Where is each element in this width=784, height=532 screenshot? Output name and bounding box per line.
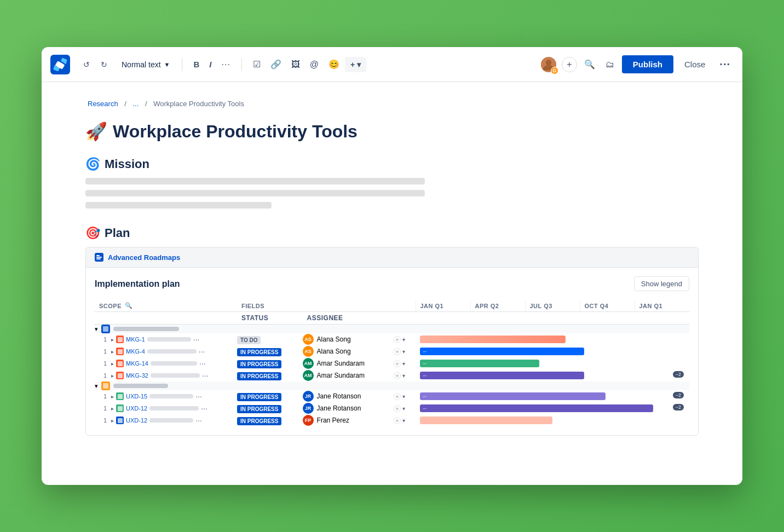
issue-key[interactable]: MKG-32 (126, 372, 148, 379)
issue-icon (116, 392, 124, 400)
breadcrumb-ellipsis[interactable]: ... (133, 100, 139, 108)
plan-section: 🎯 Plan Advanced Roadmaps (85, 226, 699, 436)
gantt-bar[interactable]: ← (420, 348, 584, 355)
issue-key[interactable]: UXD-15 (126, 393, 147, 400)
issue-key[interactable]: MKG-14 (126, 360, 148, 367)
q2-header: Apr Q2 (470, 300, 525, 312)
text-style-label: Normal text (122, 60, 161, 69)
row-chevron-icon[interactable]: ▾ (402, 349, 405, 355)
row-settings-icon[interactable]: ○ (394, 348, 401, 355)
row-chevron-icon[interactable]: ▾ (402, 406, 405, 412)
status-badge[interactable]: IN PROGRESS (237, 405, 281, 413)
bold-button[interactable]: B (189, 57, 204, 72)
undo-button[interactable]: ↺ (79, 57, 94, 72)
status-badge[interactable]: TO DO (237, 336, 261, 344)
svg-rect-12 (103, 383, 108, 389)
num-cell: 1 (103, 393, 109, 400)
roadmap-embed: Advanced Roadmaps Implementation plan Sh… (85, 247, 699, 436)
status-badge[interactable]: IN PROGRESS (237, 372, 281, 380)
table-row: 1 ▸ UXD-12 ··· IN PROGRESS FP Fran Perez (95, 414, 689, 426)
expand-icon[interactable]: ▸ (111, 418, 114, 424)
history-controls: ↺ ↻ (79, 57, 112, 72)
search-button[interactable]: 🔍 (581, 56, 598, 72)
issue-icon (116, 404, 124, 412)
format-buttons: B I ··· (189, 57, 234, 72)
status-cell: IN PROGRESS (237, 390, 303, 402)
breadcrumb-research[interactable]: Research (88, 100, 118, 108)
row-menu-button[interactable]: ··· (195, 416, 202, 425)
issue-icon (116, 360, 124, 367)
expand-icon[interactable]: ▸ (111, 337, 114, 343)
mention-button[interactable]: @ (305, 57, 323, 72)
row-settings-icon[interactable]: ○ (394, 393, 401, 400)
publish-button[interactable]: Publish (622, 55, 673, 73)
skeleton-line-3 (85, 202, 272, 209)
row-menu-button[interactable]: ··· (202, 371, 209, 380)
more-options-button[interactable]: ··· (716, 55, 734, 74)
chevron-icon[interactable]: ▾ (95, 383, 98, 390)
page-content: Research / ... / Workplace Productivity … (42, 82, 742, 453)
emoji-button[interactable]: 😊 (324, 57, 344, 72)
row-menu-button[interactable]: ··· (195, 392, 202, 401)
text-style-dropdown[interactable]: Normal text ▼ (116, 57, 175, 72)
row-chevron-icon[interactable]: ▾ (402, 394, 405, 400)
status-cell: TO DO (237, 333, 303, 345)
chevron-icon[interactable]: ▾ (95, 326, 98, 333)
add-collaborator-button[interactable]: + (562, 57, 577, 72)
redo-button[interactable]: ↻ (96, 57, 112, 72)
row-menu-button[interactable]: ··· (193, 335, 200, 344)
close-button[interactable]: Close (678, 56, 712, 72)
status-badge[interactable]: IN PROGRESS (237, 348, 281, 356)
status-badge[interactable]: IN PROGRESS (237, 360, 281, 368)
row-settings-icon[interactable]: ○ (394, 417, 401, 424)
expand-icon[interactable]: ▸ (111, 361, 114, 367)
row-chevron-icon[interactable]: ▾ (402, 373, 405, 379)
show-legend-button[interactable]: Show legend (634, 276, 689, 291)
roadmap-plugin-name: Advanced Roadmaps (108, 253, 180, 262)
insert-plus-button[interactable]: + ▾ (345, 57, 366, 72)
gantt-bar[interactable]: ← (420, 372, 584, 379)
gantt-bar[interactable] (420, 336, 566, 343)
row-settings-icon[interactable]: ○ (394, 405, 401, 412)
gantt-bar[interactable]: ← (420, 404, 653, 412)
row-settings-icon[interactable]: ○ (394, 360, 401, 367)
scope-search-icon[interactable]: 🔍 (125, 302, 133, 309)
gantt-bar[interactable] (420, 417, 552, 424)
issue-key[interactable]: UXD-12 (126, 405, 147, 412)
status-cell: IN PROGRESS (237, 357, 303, 369)
gantt-bar[interactable]: ← (420, 360, 539, 367)
toolbar: ↺ ↻ Normal text ▼ B I ··· ☑ 🔗 🖼 @ (42, 47, 742, 82)
status-badge[interactable]: IN PROGRESS (237, 393, 281, 401)
link-button[interactable]: 🔗 (266, 57, 286, 72)
row-settings-icon[interactable]: ○ (394, 336, 401, 343)
row-menu-button[interactable]: ··· (201, 404, 207, 413)
expand-icon[interactable]: ▸ (111, 349, 114, 355)
italic-button[interactable]: I (205, 57, 216, 72)
gantt-bar[interactable]: ← (420, 392, 606, 400)
issue-key[interactable]: MKG-1 (126, 336, 145, 343)
settings-cell: ○ ▾ (394, 357, 416, 369)
table-header-row: SCOPE 🔍 FIELDS Jan Q1 Apr Q2 Jul Q3 (95, 300, 689, 312)
assignee-cell: AS Alana Song (303, 345, 394, 357)
more-format-button[interactable]: ··· (217, 57, 234, 72)
row-chevron-icon[interactable]: ▾ (402, 337, 405, 343)
table-row: 1 ▸ UXD-12 ··· IN PROGRESS JR Jane Rotan… (95, 402, 689, 414)
row-chevron-icon[interactable]: ▾ (402, 418, 405, 424)
row-chevron-icon[interactable]: ▾ (402, 361, 405, 367)
image-button[interactable]: 🖼 (287, 57, 304, 72)
confluence-logo[interactable] (50, 55, 70, 74)
issue-key[interactable]: UXD-12 (126, 417, 147, 424)
issue-key[interactable]: MKG-4 (126, 348, 145, 355)
status-badge[interactable]: IN PROGRESS (237, 417, 281, 425)
title-emoji: 🚀 (85, 121, 107, 142)
row-settings-icon[interactable]: ○ (394, 372, 401, 379)
expand-icon[interactable]: ▸ (111, 406, 114, 412)
expand-icon[interactable]: ▸ (111, 373, 114, 379)
task-button[interactable]: ☑ (249, 57, 265, 72)
templates-button[interactable]: 🗂 (602, 56, 618, 73)
gantt-cell (416, 414, 689, 426)
row-menu-button[interactable]: ··· (199, 359, 206, 368)
assignee-avatar: JR (303, 403, 314, 414)
row-menu-button[interactable]: ··· (199, 347, 205, 356)
expand-icon[interactable]: ▸ (111, 394, 114, 400)
